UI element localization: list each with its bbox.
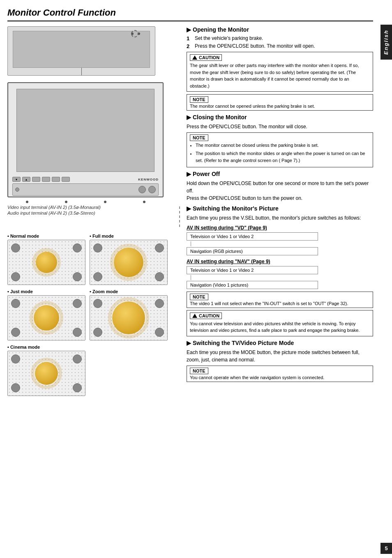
just-mode-label: • Just mode <box>7 289 85 294</box>
poweroff-body: Hold down the OPEN/CLOSE button for one … <box>187 180 373 202</box>
step-2: 2 Press the OPEN/CLOSE button. The monit… <box>187 43 373 49</box>
ctrl-btn3 <box>52 177 60 182</box>
ctrl-btn2 <box>42 177 50 182</box>
monitor-controls: ▼ ▲ KENWOOD <box>12 177 159 182</box>
monitor-screen-main <box>16 89 154 172</box>
normal-mode-image <box>7 240 85 285</box>
av-in-vd-header: AV IN setting during "VD" (Page 9) <box>187 225 373 231</box>
monitor-main-diagram: ▼ ▲ KENWOOD <box>7 82 164 197</box>
leg-dot-1 <box>26 201 28 203</box>
opening-title: Opening the Monitor <box>193 26 249 33</box>
switching-tv-note-text: You cannot operate when the wide navigat… <box>190 375 370 380</box>
mount-circle <box>131 30 138 37</box>
leg-dot-4 <box>143 201 145 203</box>
switching-tv-arrow: ▶ <box>187 340 191 346</box>
section-switching-picture: ▶ Switching the Monitor's Picture Each t… <box>187 205 373 336</box>
switching-arrow: ▶ <box>187 205 191 212</box>
switching-picture-body: Each time you press the V.SEL button, th… <box>187 214 373 222</box>
closing-note-list: The monitor cannot be closed unless the … <box>190 142 370 164</box>
monitor-bottom-panel <box>12 183 159 196</box>
monitor-screen-top <box>13 31 150 68</box>
nav-caution-text: You cannot view television and video pic… <box>190 320 370 334</box>
nav-note-box: NOTE The video 1 will not select when th… <box>187 292 373 308</box>
opening-note-label: NOTE <box>190 96 208 103</box>
nav-caution-box: CAUTION You cannot view television and v… <box>187 310 373 336</box>
switching-tv-note-box: NOTE You cannot operate when the wide na… <box>187 366 373 382</box>
switching-picture-title: Switching the Monitor's Picture <box>193 205 279 212</box>
av-in-nav-header: AV IN setting during "NAV" (Page 9) <box>187 259 373 264</box>
opening-header: ▶ Opening the Monitor <box>187 26 373 33</box>
section-poweroff: ▶ Power Off Hold down the OPEN/CLOSE but… <box>187 171 373 202</box>
page-title: Monitor Control Function <box>7 7 373 21</box>
ctrl-up: ▲ <box>22 177 30 182</box>
switching-picture-header: ▶ Switching the Monitor's Picture <box>187 205 373 212</box>
leg-dot-3 <box>104 201 106 203</box>
flow-vd-2: Navigation (RGB pictures) <box>187 247 318 255</box>
closing-note-item-1: The monitor cannot be closed unless the … <box>196 142 370 149</box>
zoom-mode-item: • Zoom mode <box>90 289 168 340</box>
full-mode-label: • Full mode <box>90 234 168 238</box>
section-switching-tv: ▶ Switching the TV/Video Picture Mode Ea… <box>187 340 373 382</box>
right-column: ▶ Opening the Monitor 1 Set the vehicle'… <box>187 26 373 400</box>
caution-triangle-icon <box>192 56 197 60</box>
opening-note-box: NOTE The monitor cannot be opened unless… <box>187 94 373 111</box>
full-mode-image <box>90 240 168 285</box>
leg-dot-2 <box>65 201 67 203</box>
section-opening: ▶ Opening the Monitor 1 Set the vehicle'… <box>187 26 373 111</box>
connector-legs <box>7 201 164 203</box>
zoom-mode-label: • Zoom mode <box>90 289 168 294</box>
flow-connector-1 <box>191 241 191 246</box>
av-in-nav-section: AV IN setting during "NAV" (Page 9) Tele… <box>187 259 373 336</box>
switching-tv-header: ▶ Switching the TV/Video Picture Mode <box>187 340 373 346</box>
poweroff-title: Power Off <box>193 171 220 177</box>
caution-triangle-icon-2 <box>192 314 197 318</box>
cinema-mode-item: • Cinema mode <box>7 345 85 396</box>
poweroff-arrow: ▶ <box>187 171 191 177</box>
closing-header: ▶ Closing the Monitor <box>187 114 373 120</box>
flow-vd-1: Television or Video 1 or Video 2 <box>187 232 318 241</box>
mode-row-3: • Cinema mode <box>7 345 180 396</box>
normal-mode-label: • Normal mode <box>7 234 85 238</box>
switching-tv-note-label: NOTE <box>190 368 208 374</box>
flow-nav-1: Television or Video 1 or Video 2 <box>187 266 318 274</box>
bottom-line <box>81 68 82 75</box>
mode-row-2: • Just mode <box>7 289 180 340</box>
page-number: 5 <box>380 543 392 554</box>
nav-note-text: The video 1 will not select when the "IN… <box>190 301 370 306</box>
section-closing: ▶ Closing the Monitor Press the OPEN/CLO… <box>187 114 373 167</box>
closing-body: Press the OPEN/CLOSE button. The monitor… <box>187 123 373 130</box>
cinema-mode-label: • Cinema mode <box>7 345 85 350</box>
poweroff-header: ▶ Power Off <box>187 171 373 177</box>
switching-tv-title: Switching the TV/Video Picture Mode <box>193 340 294 346</box>
normal-mode-item: • Normal mode <box>7 234 85 285</box>
step-1: 1 Set the vehicle's parking brake. <box>187 35 373 42</box>
panel-circle-2 <box>148 186 156 193</box>
nav-note-label: NOTE <box>190 294 208 300</box>
audio-caption: Audio input terminal (AV-IN 2) (3.5ø-Ste… <box>7 211 175 215</box>
nav-caution-label: CAUTION <box>190 313 222 319</box>
opening-caution-body: The gear shift lever or other parts may … <box>190 62 370 89</box>
full-mode-item: • Full mode <box>90 234 168 285</box>
opening-note-text: The monitor cannot be opened unless the … <box>190 104 370 109</box>
nav-caution-title: CAUTION <box>199 313 219 318</box>
switching-tv-body: Each time you press the MODE button, the… <box>187 349 373 364</box>
dashed-separator <box>179 206 180 227</box>
video-caption: Video input terminal (AV-IN 2) (3.5ø-Mon… <box>7 205 175 210</box>
closing-note-box: NOTE The monitor cannot be closed unless… <box>187 132 373 167</box>
closing-note-item-2: The position to which the monitor slides… <box>196 150 370 164</box>
opening-caution-text: CAUTION <box>199 55 219 60</box>
ctrl-btn1 <box>32 177 40 182</box>
language-tab: English <box>380 25 392 60</box>
step-1-num: 1 <box>187 35 192 42</box>
panel-icon <box>15 188 19 192</box>
just-mode-image <box>7 295 85 340</box>
panel-circle-1 <box>138 186 146 193</box>
step-2-text: Press the OPEN/CLOSE button. The monitor… <box>195 43 315 49</box>
flow-nav-2: Navigation (Video 1 pictures) <box>187 281 318 289</box>
opening-caution-label: CAUTION <box>190 54 222 61</box>
step-1-text: Set the vehicle's parking brake. <box>195 35 263 42</box>
opening-caution-box: CAUTION The gear shift lever or other pa… <box>187 52 373 92</box>
just-mode-item: • Just mode <box>7 289 85 340</box>
cinema-mode-image <box>7 351 85 396</box>
picture-modes: • Normal mode <box>7 234 180 396</box>
